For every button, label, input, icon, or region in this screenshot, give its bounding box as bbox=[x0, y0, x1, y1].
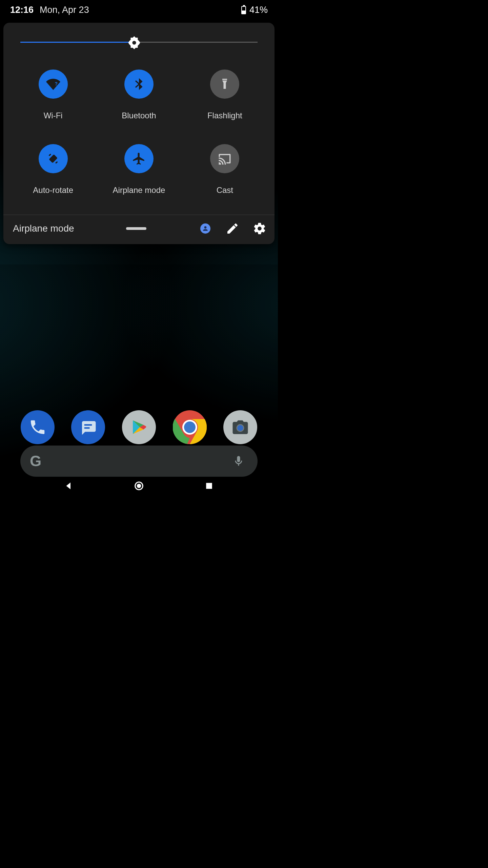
flashlight-icon bbox=[218, 77, 232, 91]
qs-drag-handle[interactable] bbox=[126, 227, 146, 230]
autorotate-icon bbox=[46, 152, 60, 166]
app-play-store[interactable] bbox=[122, 410, 156, 444]
nav-bar bbox=[0, 479, 278, 495]
svg-point-9 bbox=[184, 421, 196, 433]
quick-settings-tiles: ? Wi-Fi Bluetooth Flashlight bbox=[3, 63, 274, 215]
play-store-icon bbox=[130, 418, 148, 436]
svg-rect-4 bbox=[49, 154, 58, 163]
back-icon bbox=[64, 481, 74, 491]
nav-back[interactable] bbox=[61, 478, 76, 493]
dock bbox=[0, 410, 278, 444]
home-icon bbox=[134, 481, 144, 491]
tile-autorotate-label: Auto-rotate bbox=[33, 185, 73, 195]
svg-rect-6 bbox=[84, 427, 90, 429]
phone-icon bbox=[28, 418, 47, 436]
user-button[interactable] bbox=[199, 222, 212, 235]
app-camera[interactable] bbox=[223, 410, 257, 444]
status-date: Mon, Apr 23 bbox=[40, 5, 89, 15]
svg-point-1 bbox=[132, 41, 136, 44]
tile-wifi[interactable]: ? Wi-Fi bbox=[10, 70, 96, 120]
tile-wifi-label: Wi-Fi bbox=[44, 111, 63, 120]
mic-icon[interactable] bbox=[232, 455, 245, 467]
quick-settings-panel: ? Wi-Fi Bluetooth Flashlight bbox=[3, 23, 274, 244]
chrome-icon bbox=[173, 410, 207, 444]
tile-bluetooth[interactable]: Bluetooth bbox=[96, 70, 182, 120]
tile-cast-label: Cast bbox=[217, 185, 233, 195]
wifi-icon: ? bbox=[46, 77, 60, 91]
tile-flashlight[interactable]: Flashlight bbox=[182, 70, 268, 120]
status-bar: 12:16 Mon, Apr 23 41% bbox=[0, 0, 278, 19]
battery-icon bbox=[241, 6, 246, 14]
airplane-icon bbox=[132, 152, 146, 166]
brightness-thumb[interactable] bbox=[127, 36, 141, 50]
svg-rect-3 bbox=[222, 79, 227, 80]
tile-airplane-label: Airplane mode bbox=[113, 185, 165, 195]
battery-percent: 41% bbox=[249, 5, 268, 15]
recent-icon bbox=[204, 481, 214, 491]
gear-icon bbox=[253, 222, 266, 235]
cast-icon bbox=[218, 152, 232, 166]
pencil-icon bbox=[226, 222, 239, 235]
bluetooth-icon bbox=[132, 77, 146, 91]
app-chrome[interactable] bbox=[173, 410, 207, 444]
tile-flashlight-label: Flashlight bbox=[207, 111, 242, 120]
google-search-bar[interactable]: G bbox=[20, 446, 258, 477]
brightness-icon bbox=[127, 36, 141, 50]
svg-rect-5 bbox=[84, 424, 92, 426]
tile-bluetooth-label: Bluetooth bbox=[122, 111, 156, 120]
nav-recent[interactable] bbox=[202, 478, 217, 493]
brightness-slider[interactable] bbox=[20, 32, 258, 53]
messages-icon bbox=[79, 418, 97, 436]
app-messages[interactable] bbox=[71, 410, 105, 444]
quick-settings-footer: Airplane mode bbox=[3, 215, 274, 244]
brightness-fill bbox=[20, 42, 134, 43]
tile-autorotate[interactable]: Auto-rotate bbox=[10, 144, 96, 195]
nav-home[interactable] bbox=[131, 478, 146, 493]
svg-point-13 bbox=[137, 484, 141, 488]
tile-airplane[interactable]: Airplane mode bbox=[96, 144, 182, 195]
settings-button[interactable] bbox=[253, 222, 266, 235]
camera-icon bbox=[231, 418, 249, 436]
status-time: 12:16 bbox=[10, 5, 34, 15]
tile-cast[interactable]: Cast bbox=[182, 144, 268, 195]
app-phone[interactable] bbox=[21, 410, 55, 444]
user-icon bbox=[200, 223, 210, 234]
edit-button[interactable] bbox=[226, 222, 239, 235]
svg-text:?: ? bbox=[55, 81, 58, 86]
google-g-icon: G bbox=[30, 453, 41, 470]
qs-status-label: Airplane mode bbox=[13, 223, 74, 234]
svg-rect-14 bbox=[206, 483, 212, 489]
